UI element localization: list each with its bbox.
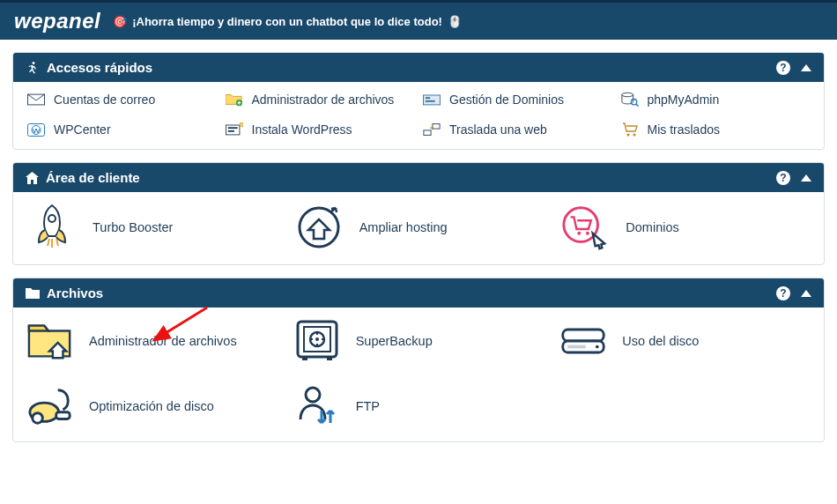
svg-rect-13 bbox=[433, 124, 440, 129]
svg-point-34 bbox=[306, 388, 320, 402]
label: Instala WordPress bbox=[252, 122, 352, 137]
help-icon[interactable]: ? bbox=[776, 61, 790, 75]
svg-point-14 bbox=[626, 134, 629, 137]
label: FTP bbox=[356, 399, 380, 413]
label: SuperBackup bbox=[356, 334, 433, 348]
quick-item-my-migrations[interactable]: Mis traslados bbox=[621, 122, 811, 137]
svg-rect-2 bbox=[423, 95, 440, 105]
panel-files: Archivos ? Administrador de archivos bbox=[12, 278, 825, 442]
promo-banner[interactable]: 🎯 ¡Ahorra tiempo y dinero con un chatbot… bbox=[113, 15, 462, 28]
pointer-icon: 🖱️ bbox=[448, 15, 462, 28]
quick-item-files[interactable]: Administrador de archivos bbox=[226, 93, 415, 107]
files-item-disk-optimize[interactable]: Optimización de disco bbox=[27, 383, 277, 429]
svg-rect-4 bbox=[426, 100, 435, 102]
target-icon: 🎯 bbox=[113, 15, 127, 28]
svg-rect-25 bbox=[302, 358, 307, 360]
svg-rect-12 bbox=[424, 130, 431, 135]
svg-point-29 bbox=[596, 345, 599, 349]
client-item-domains[interactable]: Dominios bbox=[560, 203, 810, 252]
label: Uso del disco bbox=[622, 334, 699, 348]
svg-point-19 bbox=[578, 232, 581, 235]
promo-text: ¡Ahorra tiempo y dinero con un chatbot q… bbox=[132, 15, 442, 28]
files-item-filemanager[interactable]: Administrador de archivos bbox=[27, 318, 277, 364]
label: WPCenter bbox=[54, 122, 111, 137]
label: Gestión de Dominios bbox=[449, 93, 564, 107]
folder-home-icon bbox=[27, 318, 73, 364]
brand-logo: wepanel bbox=[14, 9, 100, 33]
folder-plus-icon bbox=[226, 93, 243, 107]
label: Administrador de archivos bbox=[89, 334, 237, 348]
panel-header-quick: Accesos rápidos ? bbox=[13, 53, 824, 82]
svg-point-24 bbox=[315, 337, 319, 341]
ftp-user-icon bbox=[294, 383, 340, 429]
label: Dominios bbox=[626, 220, 678, 234]
svg-rect-27 bbox=[563, 330, 604, 341]
vacuum-icon bbox=[27, 383, 73, 429]
domain-icon bbox=[423, 93, 441, 107]
install-icon bbox=[226, 122, 243, 137]
files-item-disk-usage[interactable]: Uso del disco bbox=[560, 318, 810, 364]
wordpress-icon bbox=[27, 122, 45, 137]
safe-icon bbox=[294, 318, 340, 364]
quick-item-migrate[interactable]: Traslada una web bbox=[423, 122, 612, 137]
panel-title: Archivos bbox=[47, 285, 103, 300]
quick-item-phpmyadmin[interactable]: phpMyAdmin bbox=[621, 93, 811, 107]
client-item-turbo[interactable]: Turbo Booster bbox=[27, 203, 277, 252]
client-item-hosting[interactable]: Ampliar hosting bbox=[294, 203, 544, 252]
help-icon[interactable]: ? bbox=[776, 286, 790, 300]
panel-quick-access: Accesos rápidos ? Cuentas de correo bbox=[12, 52, 825, 150]
collapse-icon[interactable] bbox=[801, 290, 811, 297]
panel-client-area: Área de cliente ? Turbo Booster Amp bbox=[12, 162, 825, 265]
svg-rect-3 bbox=[426, 97, 430, 99]
quick-item-install-wp[interactable]: Instala WordPress bbox=[226, 122, 415, 137]
collapse-icon[interactable] bbox=[801, 64, 811, 71]
help-icon[interactable]: ? bbox=[776, 171, 790, 185]
collapse-icon[interactable] bbox=[801, 174, 811, 182]
label: Turbo Booster bbox=[93, 220, 173, 234]
rocket-icon bbox=[27, 203, 77, 252]
label: Traslada una web bbox=[449, 122, 547, 137]
quick-item-email[interactable]: Cuentas de correo bbox=[27, 93, 217, 107]
label: Ampliar hosting bbox=[359, 220, 448, 234]
domains-cart-icon bbox=[560, 203, 610, 252]
svg-rect-30 bbox=[568, 345, 586, 349]
panel-title: Accesos rápidos bbox=[47, 60, 152, 75]
home-icon bbox=[26, 172, 39, 184]
svg-point-32 bbox=[33, 413, 43, 424]
panel-title: Área de cliente bbox=[46, 170, 140, 185]
database-search-icon bbox=[621, 93, 639, 107]
files-item-ftp[interactable]: FTP bbox=[294, 383, 544, 429]
svg-rect-9 bbox=[226, 125, 239, 135]
svg-rect-11 bbox=[227, 130, 233, 132]
files-item-superbackup[interactable]: SuperBackup bbox=[294, 318, 544, 364]
svg-point-5 bbox=[621, 93, 633, 96]
panel-header-files: Archivos ? bbox=[13, 278, 824, 308]
envelope-icon bbox=[27, 93, 45, 107]
quick-item-wpcenter[interactable]: WPCenter bbox=[27, 122, 217, 137]
expand-hosting-icon bbox=[294, 203, 344, 252]
label: Cuentas de correo bbox=[54, 93, 155, 107]
hard-drive-icon bbox=[560, 318, 606, 364]
label: Administrador de archivos bbox=[252, 93, 395, 107]
label: phpMyAdmin bbox=[648, 93, 720, 107]
label: Mis traslados bbox=[648, 122, 720, 137]
folder-icon bbox=[26, 287, 40, 299]
svg-point-15 bbox=[633, 134, 635, 137]
svg-point-20 bbox=[586, 232, 589, 235]
topbar: wepanel 🎯 ¡Ahorra tiempo y dinero con un… bbox=[0, 0, 837, 40]
svg-rect-33 bbox=[56, 412, 70, 419]
svg-rect-10 bbox=[227, 127, 237, 129]
cart-icon bbox=[621, 122, 639, 137]
panel-header-client: Área de cliente ? bbox=[13, 163, 824, 192]
quick-item-domains[interactable]: Gestión de Dominios bbox=[423, 93, 612, 107]
svg-point-6 bbox=[631, 100, 636, 105]
running-icon bbox=[26, 61, 40, 75]
migrate-icon bbox=[423, 122, 441, 137]
svg-rect-26 bbox=[327, 358, 332, 360]
label: Optimización de disco bbox=[89, 399, 214, 413]
